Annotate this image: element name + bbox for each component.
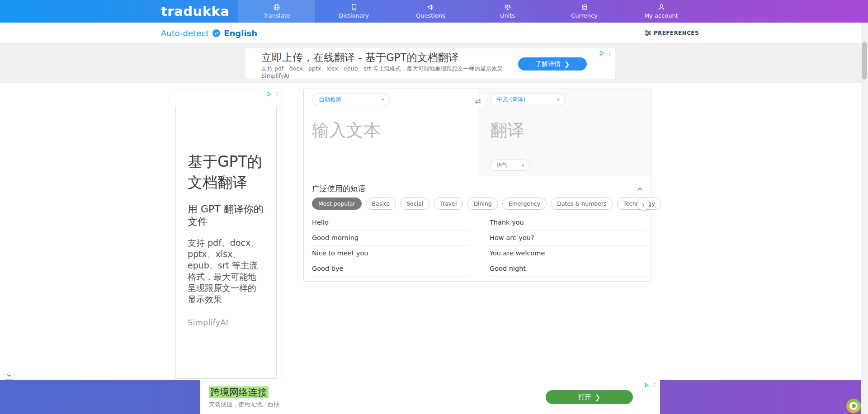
category-chip-social[interactable]: Social — [400, 198, 429, 210]
megaphone-icon — [427, 4, 434, 11]
tone-select[interactable]: 语气 ▾ — [490, 160, 530, 171]
tab-units[interactable]: Units — [469, 0, 546, 23]
phrase-item[interactable]: Good night — [490, 261, 647, 277]
source-language-link[interactable]: Auto-detect — [161, 28, 209, 38]
preferences-label: PREFERENCES — [654, 30, 699, 36]
source-text-input[interactable]: 自动检测 ▾ 输入文本 — [304, 89, 478, 176]
category-chip-travel[interactable]: Travel — [434, 198, 463, 210]
ad-subtitle: 用 GPT 翻译你的文件 — [188, 203, 264, 228]
chevron-down-icon — [7, 374, 12, 377]
tab-label: Questions — [416, 12, 445, 19]
translate-icon — [273, 4, 280, 11]
chevron-right-icon: ❯ — [564, 61, 570, 68]
ad-menu-icon[interactable]: ⋮ — [652, 382, 657, 388]
ad-menu-icon[interactable]: ⋮ — [274, 91, 280, 97]
ad-title-highlight: 跨境网络连接 — [209, 386, 269, 398]
category-chip-dates-numbers[interactable]: Dates & numbers — [551, 198, 613, 210]
tab-currency[interactable]: Currency — [546, 0, 623, 23]
ad-title: 基于GPT的文档翻译 — [188, 151, 264, 193]
phrase-item[interactable]: Good morning — [312, 231, 469, 246]
tab-label: Units — [500, 12, 515, 19]
category-chip-emergency[interactable]: Emergency — [502, 198, 547, 210]
chevron-right-icon: ❯ — [595, 394, 600, 401]
side-ad-content[interactable]: 基于GPT的文档翻译 用 GPT 翻译你的文件 支持 pdf、docx、pptx… — [175, 106, 277, 379]
phrase-categories: Most popular Basics Social Travel Dining… — [312, 198, 661, 210]
scrollbar[interactable] — [861, 23, 868, 414]
phrase-item[interactable]: Hello — [312, 215, 469, 231]
language-bar: Auto-detect ⇄ English PREFERENCES — [0, 23, 868, 43]
phrase-item[interactable]: You are welcome — [490, 246, 647, 261]
source-language-value: 自动检测 — [319, 96, 341, 104]
top-ad-banner[interactable]: 立即上传，在线翻译 - 基于GPT的文档翻译 支持 pdf、docx、pptx、… — [245, 48, 615, 79]
tab-translate[interactable]: Translate — [238, 0, 315, 23]
translation-output: 中文 (简体) ▾ 翻译 语气 ▾ — [478, 89, 651, 176]
target-language-link[interactable]: English — [224, 28, 257, 38]
ad-brand: SimplifyAI — [188, 318, 264, 327]
next-categories-icon[interactable]: › — [637, 198, 649, 210]
phrase-item[interactable]: Good bye — [312, 261, 469, 277]
tab-label: Dictionary — [339, 12, 369, 19]
ad-open-button[interactable]: 打开 ❯ — [546, 390, 633, 404]
top-nav: tradukka Translate Dictionary Questions … — [0, 0, 868, 23]
translator-card: 自动检测 ▾ 输入文本 中文 (简体) ▾ 翻译 语气 ▾ ⇄ 广泛使用的短语 … — [303, 89, 651, 282]
phrase-item[interactable]: Thank you — [490, 215, 647, 231]
ad-cta-label: 打开 — [578, 393, 591, 401]
language-pair: Auto-detect ⇄ English — [161, 23, 257, 43]
ad-menu-icon[interactable]: ⋮ — [607, 50, 613, 56]
collapse-panel-icon[interactable] — [637, 184, 643, 193]
tab-questions[interactable]: Questions — [392, 0, 469, 23]
tone-label: 语气 — [497, 161, 508, 169]
swap-translation-icon[interactable]: ⇄ — [471, 94, 485, 108]
input-placeholder: 输入文本 — [312, 119, 381, 142]
phrases-panel: 广泛使用的短语 Most popular Basics Social Trave… — [304, 176, 651, 282]
side-ad-banner[interactable]: ⋮ 基于GPT的文档翻译 用 GPT 翻译你的文件 支持 pdf、docx、pp… — [169, 89, 283, 380]
ad-body: 支持 pdf、docx、pptx、xlsx、epub、srt 等主流格式，最大可… — [188, 237, 264, 305]
tab-label: My account — [644, 12, 678, 19]
bottom-ad-strip: 跨境网络连接 安装便捷，使用无忧。西柚 打开 ❯ ⋮ — [0, 380, 868, 414]
scale-icon — [504, 4, 511, 11]
target-language-select[interactable]: 中文 (简体) ▾ — [490, 94, 565, 105]
bottom-ad-banner[interactable]: 跨境网络连接 安装便捷，使用无忧。西柚 打开 ❯ ⋮ — [200, 380, 660, 414]
ad-description: 支持 pdf、docx、pptx、xlsx、epub、srt 等主流格式，最大可… — [261, 65, 503, 73]
target-language-value: 中文 (简体) — [497, 96, 526, 104]
chevron-down-icon: ▾ — [382, 97, 384, 102]
main-tabs: Translate Dictionary Questions Units Cur… — [238, 0, 699, 23]
category-chip-dining[interactable]: Dining — [467, 198, 498, 210]
top-ad-strip: 立即上传，在线翻译 - 基于GPT的文档翻译 支持 pdf、docx、pptx、… — [0, 43, 868, 83]
swap-languages-icon[interactable]: ⇄ — [212, 29, 220, 37]
logo[interactable]: tradukka — [161, 4, 229, 19]
phrase-list-right: Thank you How are you? You are welcome G… — [490, 215, 647, 277]
phrases-title: 广泛使用的短语 — [312, 183, 366, 194]
chevron-down-icon: ▾ — [522, 163, 524, 168]
phrase-list-left: Hello Good morning Nice to meet you Good… — [312, 215, 469, 277]
ad-cta-label: 了解详情 — [535, 60, 561, 68]
browser-logo-inner — [849, 402, 858, 410]
tab-my-account[interactable]: My account — [623, 0, 699, 23]
tab-label: Currency — [571, 12, 598, 19]
phrase-item[interactable]: Nice to meet you — [312, 246, 469, 261]
adchoices-icon[interactable] — [267, 92, 272, 97]
preferences-button[interactable]: PREFERENCES — [645, 23, 699, 43]
phrase-item[interactable]: How are you? — [490, 231, 647, 246]
coins-icon — [581, 4, 588, 11]
adchoices-icon[interactable] — [644, 383, 649, 388]
adchoices-icon[interactable] — [599, 51, 604, 56]
ad-brand: SimplifyAI — [261, 72, 289, 79]
category-chip-most-popular[interactable]: Most popular — [312, 198, 362, 210]
ad-title: 跨境网络连接 — [209, 386, 269, 399]
ad-cta-button[interactable]: 了解详情 ❯ — [518, 57, 587, 71]
ad-title: 立即上传，在线翻译 - 基于GPT的文档翻译 — [261, 51, 459, 65]
ad-subtitle: 安装便捷，使用无忧。西柚 — [209, 400, 279, 409]
translator-panes: 自动检测 ▾ 输入文本 中文 (简体) ▾ 翻译 语气 ▾ ⇄ — [304, 89, 651, 176]
output-placeholder: 翻译 — [490, 119, 524, 142]
chevron-down-icon: ▾ — [557, 97, 559, 102]
collapse-ad-button[interactable] — [5, 372, 14, 379]
dictionary-icon — [350, 4, 358, 11]
scrollbar-thumb[interactable] — [862, 42, 867, 80]
browser-logo-icon[interactable] — [846, 399, 861, 413]
person-icon — [658, 4, 665, 11]
tab-dictionary[interactable]: Dictionary — [315, 0, 392, 23]
category-chip-basics[interactable]: Basics — [366, 198, 396, 210]
source-language-select[interactable]: 自动检测 ▾ — [312, 94, 390, 105]
tab-label: Translate — [263, 12, 290, 19]
